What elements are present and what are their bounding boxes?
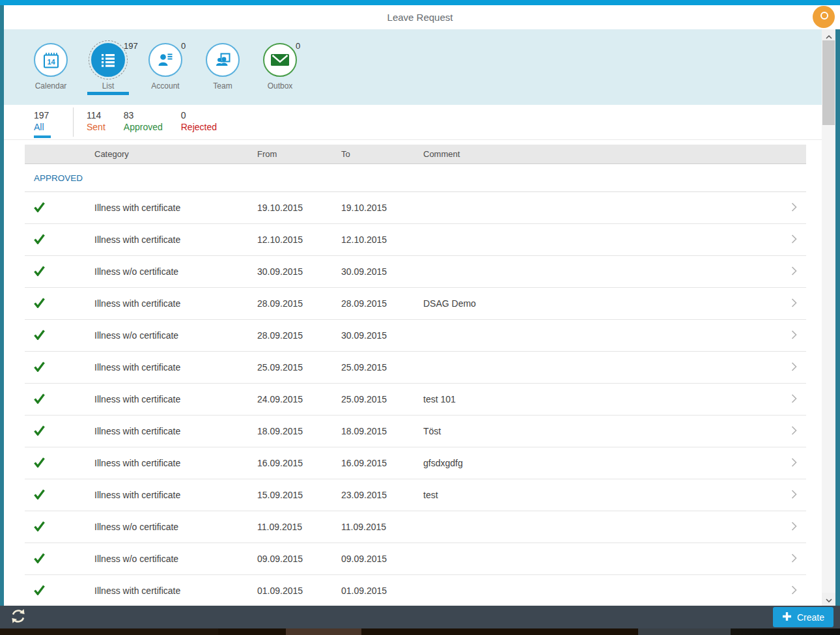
approved-check-icon	[34, 298, 45, 310]
team-icon	[206, 43, 240, 77]
tab-label: Outbox	[268, 81, 293, 91]
row-from: 15.09.2015	[257, 490, 341, 500]
caret-down-icon	[826, 593, 832, 605]
row-from: 24.09.2015	[257, 394, 341, 404]
row-comment: DSAG Demo	[423, 298, 780, 309]
filter-all[interactable]: 197 All	[34, 105, 51, 139]
row-to: 01.09.2015	[341, 586, 423, 596]
tab-calendar[interactable]: 14 Calendar	[22, 29, 79, 105]
filter-approved[interactable]: 83 Approved	[124, 105, 163, 139]
tab-label: Account	[151, 81, 179, 91]
filter-sent[interactable]: 114 Sent	[87, 105, 105, 139]
filter-count: 197	[34, 109, 51, 121]
column-header-comment: Comment	[423, 149, 780, 159]
table-row[interactable]: Illness with certificate 25.09.2015 25.0…	[25, 352, 806, 384]
list-icon	[91, 43, 125, 77]
table-row[interactable]: Illness w/o certificate 28.09.2015 30.09…	[25, 320, 806, 352]
row-category: Illness with certificate	[94, 362, 257, 373]
table-row[interactable]: Illness with certificate 24.09.2015 25.0…	[25, 384, 806, 416]
column-header-category: Category	[94, 149, 257, 159]
row-to: 19.10.2015	[341, 203, 423, 213]
table-header: Category From To Comment	[25, 145, 806, 164]
tab-badge: 197	[124, 41, 138, 51]
tab-label: Team	[213, 81, 232, 91]
filter-count: 83	[124, 109, 163, 121]
create-button[interactable]: Create	[773, 607, 833, 627]
approved-check-icon	[34, 489, 45, 501]
chevron-right-icon	[791, 362, 797, 373]
table-row[interactable]: Illness w/o certificate 09.09.2015 09.09…	[25, 543, 806, 575]
row-from: 18.09.2015	[257, 426, 341, 436]
row-to: 18.09.2015	[341, 426, 423, 436]
footer-bar: Create	[0, 606, 840, 628]
chevron-right-icon	[791, 458, 797, 469]
approved-check-icon	[34, 457, 45, 470]
desktop-strip	[0, 628, 840, 635]
row-comment: test	[423, 490, 780, 500]
row-category: Illness with certificate	[94, 458, 257, 468]
row-from: 09.09.2015	[257, 554, 341, 564]
filter-rejected[interactable]: 0 Rejected	[181, 105, 217, 139]
filter-count: 0	[181, 109, 217, 121]
approved-check-icon	[34, 330, 45, 342]
filter-label: Rejected	[181, 121, 217, 133]
row-category: Illness w/o certificate	[94, 522, 257, 532]
row-comment: Töst	[423, 426, 780, 436]
chevron-right-icon	[791, 298, 797, 309]
tab-label: List	[102, 81, 115, 91]
tab-list[interactable]: 197 List	[79, 29, 137, 105]
leave-request-list: Category From To Comment APPROVED Illnes…	[4, 140, 822, 606]
table-row[interactable]: Illness with certificate 01.09.2015 01.0…	[25, 575, 806, 606]
table-row[interactable]: Illness with certificate 19.10.2015 19.1…	[25, 192, 806, 224]
table-row[interactable]: Illness with certificate 28.09.2015 28.0…	[25, 288, 806, 320]
column-header-to: To	[341, 149, 423, 159]
tab-team[interactable]: Team	[194, 29, 251, 105]
approved-check-icon	[34, 393, 45, 406]
row-to: 25.09.2015	[341, 394, 423, 404]
table-row[interactable]: Illness w/o certificate 11.09.2015 11.09…	[25, 511, 806, 543]
row-from: 28.09.2015	[257, 330, 341, 341]
table-row[interactable]: Illness with certificate 16.09.2015 16.0…	[25, 447, 806, 479]
row-category: Illness with certificate	[94, 203, 257, 213]
tab-badge: 0	[181, 41, 186, 51]
window-top-strip	[0, 0, 840, 5]
create-button-label: Create	[797, 612, 824, 623]
row-to: 09.09.2015	[341, 554, 423, 564]
user-avatar[interactable]	[813, 6, 835, 28]
row-to: 25.09.2015	[341, 362, 423, 373]
avatar-ring-icon	[820, 12, 828, 20]
svg-text:14: 14	[47, 57, 55, 65]
row-category: Illness with certificate	[94, 394, 257, 404]
row-comment: test 101	[423, 394, 780, 404]
row-to: 11.09.2015	[341, 522, 423, 532]
filter-label: Sent	[87, 121, 105, 133]
tab-label: Calendar	[35, 81, 67, 91]
row-category: Illness with certificate	[94, 490, 257, 500]
chevron-right-icon	[791, 330, 797, 341]
row-category: Illness with certificate	[94, 234, 257, 245]
tab-account[interactable]: 0 Account	[137, 29, 194, 105]
scrollbar-thumb[interactable]	[822, 40, 835, 125]
scroll-down-button[interactable]	[822, 593, 835, 606]
chevron-right-icon	[791, 394, 797, 405]
row-category: Illness w/o certificate	[94, 554, 257, 564]
refresh-icon	[10, 608, 27, 627]
chevron-right-icon	[791, 586, 797, 597]
tab-outbox[interactable]: 0 Outbox	[251, 29, 309, 105]
row-comment: gfsdxgdfg	[423, 458, 780, 468]
plus-icon	[782, 612, 792, 623]
table-row[interactable]: Illness with certificate 15.09.2015 23.0…	[25, 479, 806, 511]
section-header-approved: APPROVED	[25, 164, 806, 192]
table-row[interactable]: Illness with certificate 12.10.2015 12.1…	[25, 224, 806, 256]
chevron-right-icon	[791, 490, 797, 501]
vertical-scrollbar[interactable]	[822, 29, 835, 606]
row-to: 28.09.2015	[341, 298, 423, 309]
chevron-right-icon	[791, 234, 797, 246]
filter-separator	[73, 107, 74, 137]
icon-tab-bar: 14 Calendar 197 List	[4, 29, 822, 105]
row-to: 23.09.2015	[341, 490, 423, 500]
refresh-button[interactable]	[9, 608, 27, 627]
table-row[interactable]: Illness with certificate 18.09.2015 18.0…	[25, 416, 806, 447]
table-row[interactable]: Illness w/o certificate 30.09.2015 30.09…	[25, 256, 806, 288]
status-filter-bar: 197 All 114 Sent 83 Approved 0 Rejected	[4, 105, 822, 140]
